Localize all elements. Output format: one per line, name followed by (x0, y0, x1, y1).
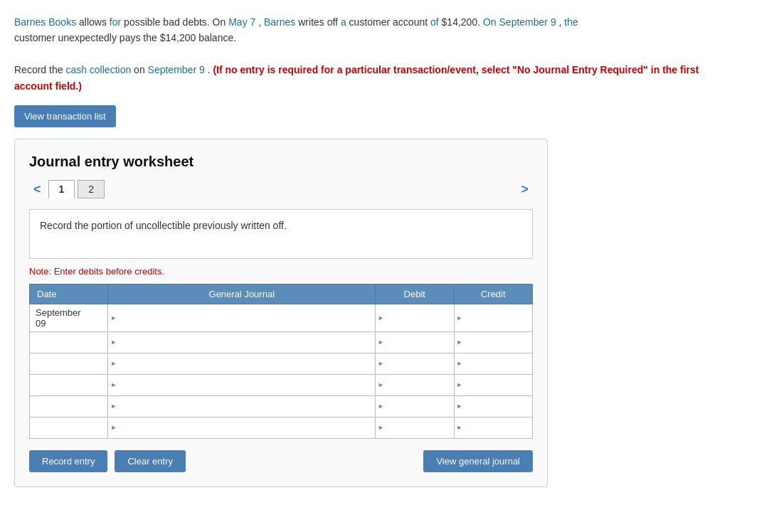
intro-text-2: possible bad debts. On (124, 16, 228, 28)
prompt-normal2: on (134, 64, 147, 75)
tab-nav-left[interactable]: < (29, 181, 46, 198)
credit-input-2[interactable] (455, 332, 532, 353)
triangle-icon-credit-4: ► (457, 381, 463, 388)
triangle-icon-3: ► (110, 360, 117, 367)
intro-text-company: Barnes Books (14, 16, 76, 28)
debit-input-5[interactable] (376, 396, 453, 417)
intro-text-a: a (341, 16, 346, 28)
general-journal-input-1[interactable] (108, 304, 375, 331)
action-buttons: Record entry Clear entry View general jo… (29, 450, 533, 472)
date-cell-1: September09 (30, 304, 108, 331)
credit-cell-4[interactable]: ► (454, 374, 532, 395)
record-entry-button[interactable]: Record entry (29, 450, 107, 472)
triangle-icon-credit-5: ► (457, 403, 463, 410)
debit-input-1[interactable] (376, 304, 453, 331)
prompt-blue2: September 9 (148, 64, 205, 75)
triangle-icon-debit-3: ► (378, 360, 384, 367)
prompt-blue: cash collection (65, 64, 131, 75)
worksheet-title: Journal entry worksheet (29, 154, 533, 170)
general-journal-input-3[interactable] (108, 353, 375, 374)
table-row: ► ► ► (30, 417, 533, 438)
triangle-icon-credit-2: ► (457, 339, 463, 346)
tab-navigation: < 1 2 > (29, 180, 533, 199)
clear-entry-button[interactable]: Clear entry (115, 450, 186, 472)
table-row: ► ► ► (30, 395, 533, 417)
triangle-icon-6: ► (110, 424, 117, 431)
triangle-icon-5: ► (110, 403, 117, 410)
date-value-1: September09 (36, 307, 81, 329)
intro-text-date1: May 7 (228, 16, 255, 28)
header-credit: Credit (454, 284, 532, 304)
debit-cell-6[interactable]: ► (376, 417, 454, 438)
view-general-journal-button[interactable]: View general journal (423, 450, 533, 472)
tab-nav-right[interactable]: > (516, 181, 533, 198)
debit-cell-1[interactable]: ► (376, 304, 454, 331)
credit-cell-6[interactable]: ► (454, 417, 532, 438)
prompt-paragraph: Record the cash collection on September … (14, 62, 711, 94)
view-transaction-button[interactable]: View transaction list (14, 105, 116, 127)
debit-cell-5[interactable]: ► (376, 395, 454, 417)
intro-text-barnes: Barnes (264, 16, 295, 28)
credit-input-6[interactable] (455, 417, 532, 438)
general-journal-input-5[interactable] (108, 396, 375, 417)
general-journal-cell-2[interactable]: ► (108, 331, 376, 353)
general-journal-input-2[interactable] (108, 332, 375, 353)
table-row: ► ► ► (30, 353, 533, 374)
triangle-icon-credit-6: ► (457, 424, 463, 431)
triangle-icon-2: ► (110, 339, 117, 346)
triangle-icon-debit-4: ► (378, 381, 384, 388)
intro-paragraph: Barnes Books allows for possible bad deb… (14, 14, 711, 94)
general-journal-cell-5[interactable]: ► (108, 395, 376, 417)
intro-text-5: customer account (349, 16, 430, 28)
tab-2[interactable]: 2 (78, 180, 105, 198)
debit-cell-2[interactable]: ► (376, 331, 454, 353)
journal-worksheet: Journal entry worksheet < 1 2 > Record t… (14, 139, 548, 487)
credit-cell-3[interactable]: ► (454, 353, 532, 374)
general-journal-cell-3[interactable]: ► (108, 353, 376, 374)
intro-text-6: $14,200. (442, 16, 483, 28)
triangle-icon-debit-2: ► (378, 339, 384, 346)
credit-cell-2[interactable]: ► (454, 331, 532, 353)
debit-input-6[interactable] (376, 417, 453, 438)
debit-input-3[interactable] (376, 353, 453, 374)
general-journal-cell-1[interactable]: ► (108, 304, 376, 331)
credit-input-4[interactable] (455, 375, 532, 395)
intro-text-date2: On September 9 (483, 16, 556, 28)
note-text: Note: Enter debits before credits. (29, 266, 533, 277)
date-cell-2 (30, 331, 108, 353)
date-cell-5 (30, 395, 108, 417)
general-journal-cell-6[interactable]: ► (108, 417, 376, 438)
credit-cell-1[interactable]: ► (454, 304, 532, 331)
debit-cell-4[interactable]: ► (376, 374, 454, 395)
credit-cell-5[interactable]: ► (454, 395, 532, 417)
triangle-icon-1: ► (110, 314, 117, 321)
triangle-icon-credit-3: ► (457, 360, 463, 367)
general-journal-input-4[interactable] (108, 375, 375, 395)
tab-1[interactable]: 1 (48, 180, 75, 199)
date-cell-4 (30, 374, 108, 395)
triangle-icon-debit-6: ► (378, 424, 384, 431)
table-row: ► ► ► (30, 331, 533, 353)
general-journal-cell-4[interactable]: ► (108, 374, 376, 395)
description-text: Record the portion of uncollectible prev… (40, 220, 287, 231)
debit-input-2[interactable] (376, 332, 453, 353)
debit-input-4[interactable] (376, 375, 453, 395)
triangle-icon-debit-1: ► (378, 314, 384, 321)
table-row: September09 ► ► ► (30, 304, 533, 331)
intro-text-of: of (430, 16, 439, 28)
triangle-icon-debit-5: ► (378, 403, 384, 410)
intro-text-for: for (110, 16, 121, 28)
journal-table: Date General Journal Debit Credit Septem… (29, 284, 533, 439)
intro-text-4: writes off (298, 16, 341, 28)
general-journal-input-6[interactable] (108, 417, 375, 438)
triangle-icon-credit-1: ► (457, 314, 463, 321)
date-cell-6 (30, 417, 108, 438)
table-row: ► ► ► (30, 374, 533, 395)
credit-input-3[interactable] (455, 353, 532, 374)
credit-input-1[interactable] (455, 304, 532, 331)
intro-text-1: allows (79, 16, 110, 28)
table-header-row: Date General Journal Debit Credit (30, 284, 533, 304)
triangle-icon-4: ► (110, 381, 117, 388)
credit-input-5[interactable] (455, 396, 532, 417)
debit-cell-3[interactable]: ► (376, 353, 454, 374)
